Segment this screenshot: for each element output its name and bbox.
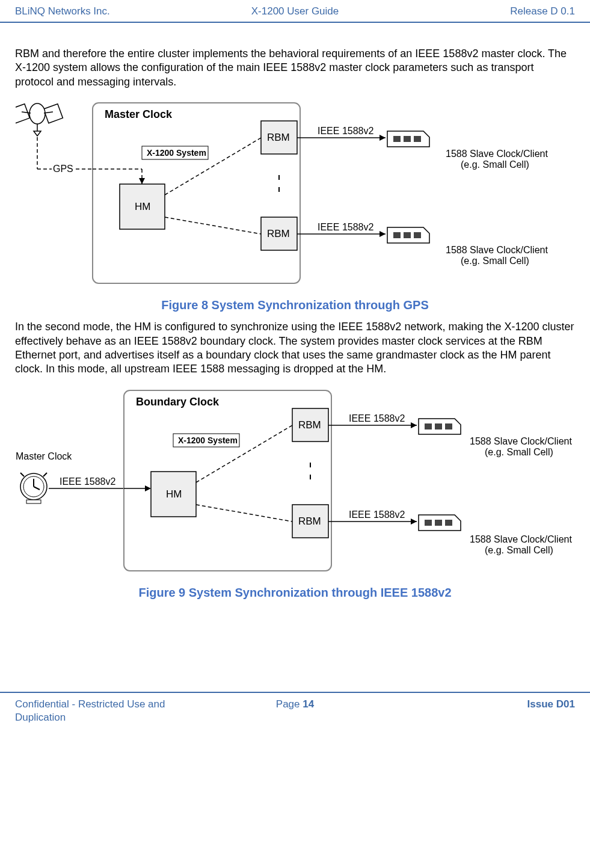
slave-label-3a: 1588 Slave Clock/Client <box>470 436 572 446</box>
page-header: BLiNQ Networks Inc. X-1200 User Guide Re… <box>0 0 590 23</box>
header-left: BLiNQ Networks Inc. <box>15 5 201 18</box>
hm-label: HM <box>135 201 150 212</box>
figure-8-caption: Figure 8 System Synchronization through … <box>15 297 575 313</box>
svg-point-2 <box>29 103 45 124</box>
figure-8: GPS Master Clock X-1200 System HM RBM RB… <box>15 94 575 313</box>
small-cell-icon-4 <box>419 515 461 531</box>
ieee-label-1: IEEE 1588v2 <box>318 126 374 136</box>
page-footer: Confidential - Restricted Use and Duplic… <box>0 692 590 735</box>
svg-rect-41 <box>425 423 432 429</box>
svg-rect-17 <box>393 136 401 142</box>
slave-label-3b: (e.g. Small Cell) <box>485 447 553 457</box>
svg-marker-40 <box>411 422 417 428</box>
small-cell-icon-1 <box>387 131 429 147</box>
ieee-label-2: IEEE 1588v2 <box>318 222 374 232</box>
svg-marker-21 <box>380 231 386 237</box>
page-content: RBM and therefore the entire cluster imp… <box>0 23 590 620</box>
header-right: Release D 0.1 <box>389 5 575 18</box>
figure-9: Master Clock IEEE 1588v2 Boundary Clock … <box>15 381 575 600</box>
paragraph-1: RBM and therefore the entire cluster imp… <box>15 47 575 89</box>
slave-label-1a: 1588 Slave Clock/Client <box>446 149 548 159</box>
paragraph-2: In the second mode, the HM is configured… <box>15 320 575 377</box>
footer-right: Issue D01 <box>389 698 575 724</box>
gps-label: GPS <box>53 164 73 174</box>
figure-9-svg: Master Clock IEEE 1588v2 Boundary Clock … <box>16 381 575 580</box>
rbm-label-1: RBM <box>267 132 290 143</box>
system-label-2: X-1200 System <box>178 436 238 445</box>
svg-rect-47 <box>435 520 442 526</box>
svg-rect-42 <box>435 423 442 429</box>
svg-rect-22 <box>393 232 401 238</box>
small-cell-icon-2 <box>387 227 429 243</box>
svg-marker-45 <box>411 519 417 525</box>
svg-rect-43 <box>445 423 452 429</box>
ieee-label-2b: IEEE 1588v2 <box>349 509 405 520</box>
gps-satellite-icon <box>16 103 63 136</box>
figure-9-caption: Figure 9 System Synchronization through … <box>15 585 575 600</box>
small-cell-icon-3 <box>419 419 461 434</box>
rbm-label-2a: RBM <box>298 419 321 431</box>
slave-label-2a: 1588 Slave Clock/Client <box>446 245 548 255</box>
svg-rect-18 <box>404 136 411 142</box>
master-clock-label: Master Clock <box>16 451 72 461</box>
svg-rect-23 <box>404 232 411 238</box>
svg-rect-46 <box>425 520 432 526</box>
rbm-label-2b: RBM <box>298 516 321 527</box>
ieee-label-in: IEEE 1588v2 <box>60 476 116 487</box>
boundary-clock-title: Boundary Clock <box>136 396 220 408</box>
svg-rect-29 <box>26 500 41 503</box>
svg-marker-16 <box>380 135 386 141</box>
slave-label-2b: (e.g. Small Cell) <box>461 256 529 266</box>
system-label-1: X-1200 System <box>147 148 206 158</box>
footer-center: Page 14 <box>201 698 388 724</box>
master-clock-title: Master Clock <box>105 108 173 120</box>
svg-rect-19 <box>414 136 421 142</box>
slave-label-1b: (e.g. Small Cell) <box>461 159 529 170</box>
ieee-label-2a: IEEE 1588v2 <box>349 413 405 423</box>
header-center: X-1200 User Guide <box>201 5 388 18</box>
rbm-label-2: RBM <box>267 228 290 239</box>
svg-rect-48 <box>445 520 452 526</box>
hm-label-2: HM <box>166 488 182 500</box>
svg-rect-0 <box>16 104 29 123</box>
footer-left: Confidential - Restricted Use and Duplic… <box>15 698 201 724</box>
slave-label-4b: (e.g. Small Cell) <box>485 545 553 555</box>
svg-rect-1 <box>43 104 63 123</box>
clock-icon <box>20 473 47 503</box>
slave-label-4a: 1588 Slave Clock/Client <box>470 534 572 544</box>
figure-8-svg: GPS Master Clock X-1200 System HM RBM RB… <box>16 94 575 292</box>
svg-rect-24 <box>414 232 421 238</box>
